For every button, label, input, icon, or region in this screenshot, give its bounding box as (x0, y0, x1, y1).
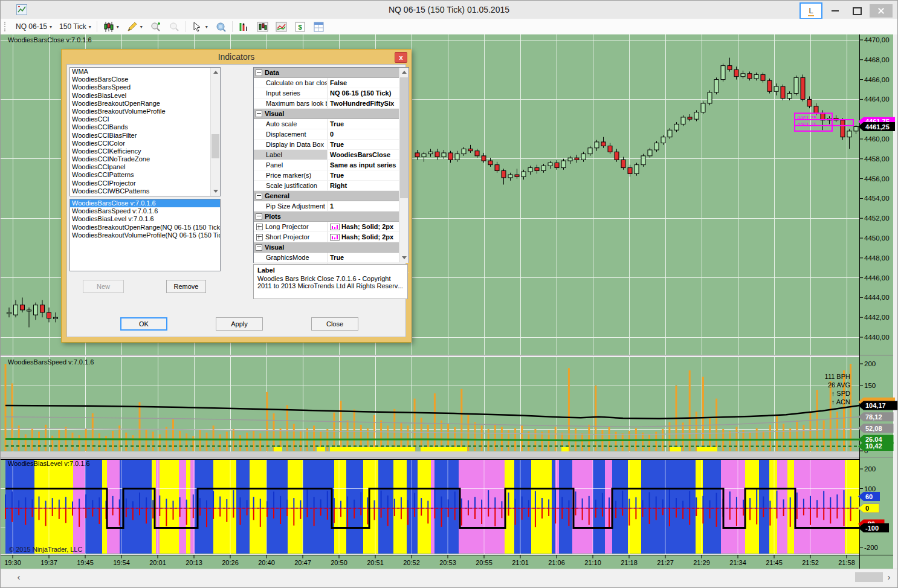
property-value[interactable]: TwoHundredFiftySix (330, 100, 394, 107)
bar-analysis-button[interactable] (253, 20, 272, 33)
list-item[interactable]: WoodiesBiasLevel (70, 92, 220, 100)
list-item[interactable]: WoodiesBiasLevel v:7.0.1.6 (70, 215, 220, 223)
zoom-out-button[interactable] (165, 20, 184, 33)
expand-icon[interactable] (256, 224, 263, 230)
list-item[interactable]: WoodiesBreakoutOpenRange (70, 100, 220, 108)
property-value[interactable]: 0 (330, 131, 334, 138)
list-item[interactable]: WoodiesCCIBands (70, 123, 220, 131)
property-row[interactable]: Long ProjectorHash; Solid; 2px (254, 222, 409, 232)
property-row[interactable]: Scale justificationRight (254, 181, 409, 191)
close-dialog-button[interactable]: Close (311, 317, 358, 331)
data-box-button[interactable] (212, 20, 230, 33)
property-category[interactable]: Plots (254, 212, 409, 222)
scroll-right-arrow[interactable]: › (884, 572, 894, 582)
list-item[interactable]: WoodiesCCIColor (70, 140, 220, 147)
chart-trader-button[interactable] (309, 20, 328, 33)
scroll-left-arrow[interactable]: ‹ (14, 572, 24, 582)
scroll-up-arrow[interactable] (399, 68, 409, 77)
scrollbar-thumb[interactable] (212, 134, 219, 158)
list-item[interactable]: WoodiesBreakoutVolumeProfile(NQ 06-15 (1… (70, 231, 220, 239)
property-value[interactable]: Same as input series (330, 161, 396, 169)
remove-button[interactable]: Remove (166, 280, 206, 293)
list-item[interactable]: WoodiesCCIKefficiency (70, 147, 220, 155)
property-row[interactable]: Display in Data BoxTrue (254, 140, 409, 150)
collapse-icon[interactable] (256, 213, 262, 220)
horizontal-scrollbar[interactable]: ‹ › (1, 569, 898, 585)
property-value[interactable]: True (330, 120, 344, 128)
indicators-button[interactable] (234, 20, 253, 33)
property-row[interactable]: Displacement0 (254, 129, 409, 140)
scroll-up-arrow[interactable] (211, 68, 220, 77)
property-row[interactable]: PanelSame as input series (254, 160, 409, 170)
list-item[interactable]: WoodiesCCIpanel (70, 163, 220, 171)
list-item[interactable]: WoodiesBarsSpeed v:7.0.1.6 (70, 207, 220, 215)
new-button[interactable]: New (83, 280, 124, 293)
link-button[interactable]: L (799, 2, 822, 19)
scroll-down-arrow[interactable] (399, 253, 409, 262)
property-value[interactable]: 1 (330, 202, 334, 210)
available-indicators-list[interactable]: WMAWoodiesBarsCloseWoodiesBarsSpeedWoodi… (69, 67, 221, 196)
collapse-icon[interactable] (256, 111, 262, 117)
close-button[interactable] (870, 4, 893, 18)
list-item[interactable]: WoodiesCCIPatterns (70, 171, 220, 179)
property-row[interactable]: Short ProjectorHash; Solid; 2px (254, 232, 409, 242)
property-row[interactable]: GraphicsModeTrue (254, 253, 409, 263)
scrollbar-thumb[interactable] (855, 572, 883, 582)
maximize-button[interactable] (848, 5, 866, 17)
account-button[interactable]: $ (291, 20, 309, 33)
property-row[interactable]: Maximum bars look bTwoHundredFiftySix (254, 99, 409, 109)
chart-analyzer-button[interactable] (272, 20, 291, 33)
property-value[interactable]: WoodiesBarsClose (330, 151, 390, 158)
collapse-icon[interactable] (256, 69, 262, 76)
list-item[interactable]: WoodiesBarsClose v:7.0.1.6 (70, 199, 220, 207)
cursor-button[interactable]: ▾ (188, 20, 212, 33)
property-grid[interactable]: DataCalculate on bar closFalseInput seri… (253, 67, 409, 263)
collapse-icon[interactable] (256, 244, 262, 251)
list-scrollbar[interactable] (210, 68, 220, 196)
grid-scrollbar[interactable] (399, 68, 409, 262)
scrollbar-thumb[interactable] (400, 77, 408, 198)
property-value[interactable]: Hash; Solid; 2px (341, 223, 393, 230)
property-row[interactable]: LabelWoodiesBarsClose (254, 150, 409, 160)
property-value[interactable]: False (330, 79, 347, 86)
property-value[interactable]: True (330, 141, 344, 148)
property-row[interactable]: Auto scaleTrue (254, 119, 409, 129)
property-value[interactable]: True (330, 254, 344, 261)
property-value[interactable]: Right (330, 182, 347, 189)
list-item[interactable]: WoodiesCCI (70, 115, 220, 123)
property-value[interactable]: NQ 06-15 (150 Tick) (330, 89, 391, 97)
dialog-close-button[interactable]: x (395, 52, 407, 63)
property-row[interactable]: Input seriesNQ 06-15 (150 Tick) (254, 88, 409, 99)
minimize-button[interactable] (826, 5, 844, 17)
property-category[interactable]: General (254, 191, 409, 201)
ok-button[interactable]: OK (120, 317, 167, 331)
instrument-selector[interactable]: NQ 06-15▾ (12, 20, 56, 33)
list-item[interactable]: WoodiesCCINoTradeZone (70, 155, 220, 163)
zoom-in-button[interactable] (146, 20, 165, 33)
property-value[interactable]: True (330, 172, 344, 179)
toolbar-grip[interactable] (4, 22, 8, 31)
list-item[interactable]: WoodiesCCIWBCPatterns (70, 187, 220, 195)
property-category[interactable]: Visual (254, 109, 409, 119)
property-row[interactable]: Pip Size Adjustment1 (254, 201, 409, 212)
property-value[interactable]: Hash; Solid; 2px (341, 233, 393, 241)
list-item[interactable]: WMA (70, 68, 220, 76)
collapse-icon[interactable] (256, 193, 262, 199)
list-item[interactable]: WoodiesBarsClose (70, 76, 220, 83)
configured-indicators-list[interactable]: WoodiesBarsClose v:7.0.1.6WoodiesBarsSpe… (69, 199, 221, 271)
chart-style-button[interactable]: ▾ (99, 20, 123, 33)
property-category[interactable]: Data (254, 68, 409, 78)
interval-selector[interactable]: 150 Tick▾ (56, 20, 95, 33)
list-item[interactable]: WoodiesBarsSpeed (70, 83, 220, 91)
apply-button[interactable]: Apply (216, 317, 263, 331)
list-item[interactable]: WoodiesCCIBiasFilter (70, 132, 220, 140)
list-item[interactable]: WoodiesBreakoutOpenRange(NQ 06-15 (150 T… (70, 224, 220, 231)
list-item[interactable]: WoodiesBreakoutVolumeProfile (70, 108, 220, 115)
list-item[interactable]: WoodiesCCIProjector (70, 179, 220, 187)
expand-icon[interactable] (256, 234, 263, 241)
property-row[interactable]: Calculate on bar closFalse (254, 78, 409, 88)
property-category[interactable]: Visual (254, 242, 409, 253)
drawing-tools-button[interactable]: ▾ (123, 20, 146, 33)
scroll-down-arrow[interactable] (211, 187, 220, 196)
property-row[interactable]: Price marker(s)True (254, 170, 409, 181)
